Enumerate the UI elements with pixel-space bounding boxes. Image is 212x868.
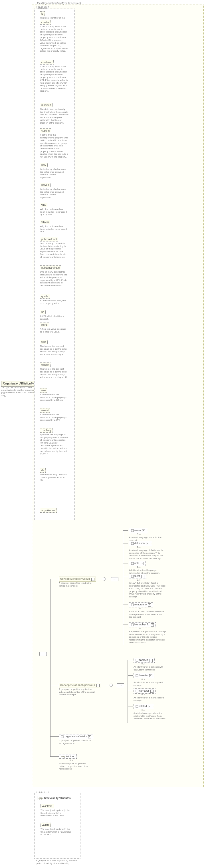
attr-pubconstrainturi[interactable]: pubconstrainturi	[40, 266, 61, 270]
element-desc: A natural language definition of the sem…	[129, 549, 166, 560]
attr-creator[interactable]: creator	[40, 20, 51, 25]
element-desc: A related concept, where the relationshi…	[133, 712, 171, 720]
expand-icon[interactable]: +	[141, 575, 144, 578]
svg-rect-8	[136, 690, 138, 692]
element-icon	[131, 562, 134, 565]
group-desc: A group of properties required to define…	[59, 582, 93, 587]
attr-name: whyuri	[41, 221, 49, 223]
model-group-icon	[103, 578, 106, 581]
svg-rect-6	[136, 659, 138, 661]
svg-rect-7	[136, 675, 138, 677]
attr-name: ##other	[47, 509, 55, 512]
attr-id[interactable]: id	[40, 11, 45, 16]
organisation-details-element[interactable]: organisationDetails +	[59, 734, 93, 739]
element-desc: Extension point for provider-defined pro…	[59, 762, 93, 770]
attr-name: validto	[42, 824, 49, 826]
element-icon	[61, 735, 64, 738]
element-label: name	[134, 529, 141, 532]
attr-xmllang[interactable]: xml:lang	[40, 428, 53, 433]
attr-desc: The date (and, optionally, the time) aft…	[40, 828, 72, 836]
attr-name: modified	[41, 103, 51, 106]
element-remoteInfo[interactable]: remoteInfo +	[129, 602, 153, 608]
element-label: organisationDetails	[65, 735, 87, 738]
element-label: remoteInfo	[134, 603, 147, 606]
element-hierarchyInfo[interactable]: hierarchyInfo +	[129, 622, 156, 627]
element-related[interactable]: related +	[133, 704, 153, 709]
attr-howuri[interactable]: howuri	[40, 183, 51, 187]
attr-name: creator	[41, 21, 49, 24]
attr-modified[interactable]: modified	[40, 103, 53, 107]
attr-role[interactable]: role	[40, 388, 47, 393]
attr-name: roleuri	[41, 409, 49, 412]
attr-other[interactable]: any ##other	[40, 508, 57, 513]
group-name: timeValidityAttributes	[44, 797, 71, 800]
element-desc: An identifier of a more generic concept.	[133, 681, 171, 686]
sequence-icon	[39, 652, 47, 656]
element-label: note	[134, 562, 140, 565]
element-desc: Represents the position of a concept in …	[129, 630, 166, 644]
time-validity-group[interactable]: grp: timeValidityAttributes	[37, 796, 72, 800]
element-icon	[131, 623, 134, 626]
attr-name: pubconstraint	[41, 238, 57, 241]
expand-icon[interactable]: +	[149, 674, 152, 677]
attr-roleuri[interactable]: roleuri	[40, 408, 50, 413]
expand-icon[interactable]: +	[146, 542, 149, 545]
attr-desc: The date (and, optionally, the time) whe…	[40, 108, 68, 124]
expand-icon[interactable]: +	[150, 690, 153, 693]
attr-why[interactable]: why	[40, 203, 48, 207]
cardinality: 0..∞	[142, 663, 145, 665]
group-prefix: grp:	[38, 797, 44, 800]
element-label: facet	[134, 575, 140, 578]
attr-creatoruri[interactable]: creatoruri	[40, 60, 54, 64]
expand-icon[interactable]: +	[150, 659, 153, 662]
attr-uri[interactable]: uri	[40, 310, 46, 314]
expand-icon[interactable]: +	[88, 735, 91, 738]
expand-icon[interactable]: +	[151, 623, 154, 626]
svg-rect-0	[131, 529, 133, 532]
element-note[interactable]: note +	[129, 561, 146, 566]
attr-dir[interactable]: dir	[40, 468, 46, 473]
element-definition[interactable]: definition +	[129, 541, 151, 546]
element-facet[interactable]: facet +	[129, 574, 146, 579]
attr-desc: Why the metadata has been included - exp…	[40, 225, 68, 233]
attr-desc: A refinement of the semantics of the pro…	[40, 413, 68, 422]
attr-pubconstraint[interactable]: pubconstraint	[40, 237, 58, 242]
element-icon	[131, 529, 134, 532]
attr-name: qcode	[41, 295, 49, 298]
attr-type[interactable]: type	[40, 340, 48, 344]
cardinality: 0..∞	[142, 693, 145, 695]
expand-icon[interactable]: +	[148, 705, 151, 708]
expand-icon[interactable]: +	[142, 529, 145, 532]
sequence-icon	[117, 683, 124, 687]
attr-typeuri[interactable]: typeuri	[40, 363, 51, 367]
attr-desc: Why the metadata has been included - exp…	[40, 208, 68, 216]
attr-how[interactable]: how	[40, 163, 48, 167]
concept-relationships-group[interactable]: ConceptRelationshipsGroup −	[59, 683, 101, 688]
attr-name: how	[41, 163, 46, 166]
concept-definition-group[interactable]: ConceptDefinitionGroup −	[59, 577, 96, 582]
attr-literal[interactable]: literal	[40, 322, 49, 327]
attr-whyuri[interactable]: whyuri	[40, 220, 50, 224]
expand-icon[interactable]: −	[91, 578, 94, 581]
expand-icon[interactable]: +	[148, 603, 151, 607]
element-sameAs[interactable]: sameAs +	[133, 658, 155, 663]
element-narrower[interactable]: narrower +	[133, 688, 155, 693]
element-label: broader	[139, 674, 148, 677]
element-desc: An identifier of a concept with equivale…	[133, 665, 171, 671]
expand-icon[interactable]: −	[96, 684, 99, 687]
attr-desc: The type of the concept assigned as a co…	[40, 368, 68, 378]
attr-custom[interactable]: custom	[40, 128, 51, 133]
attr-desc: The type of the concept assigned as a co…	[40, 345, 68, 355]
any-other-element[interactable]: any ##other	[59, 754, 77, 759]
element-label: narrower	[139, 689, 149, 692]
any-name: ##other	[66, 755, 75, 758]
expand-icon[interactable]: +	[141, 562, 144, 565]
attr-qcode[interactable]: qcode	[40, 294, 50, 299]
group-label: ConceptRelationshipsGroup	[60, 684, 95, 686]
element-name[interactable]: name +	[129, 528, 147, 533]
cardinality: 0..∞	[137, 533, 141, 535]
validto-attr[interactable]: validto	[40, 823, 51, 827]
attr-desc: A qualified code assigned as a property …	[40, 299, 68, 305]
element-broader[interactable]: broader +	[133, 673, 154, 678]
validfrom-attr[interactable]: validfrom	[40, 804, 54, 808]
